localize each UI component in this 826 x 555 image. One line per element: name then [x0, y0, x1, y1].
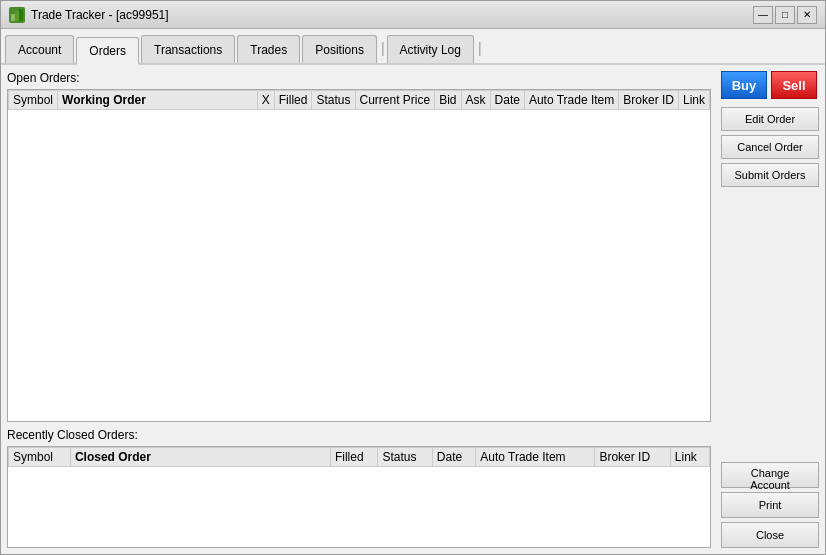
open-orders-label: Open Orders:	[7, 71, 711, 85]
col-broker-id: Broker ID	[619, 91, 679, 110]
closed-orders-table: Symbol Closed Order Filled Status Date A…	[8, 447, 710, 467]
col-symbol: Symbol	[9, 91, 58, 110]
col-link: Link	[678, 91, 709, 110]
svg-rect-0	[11, 14, 15, 21]
tab-bar: Account Orders Transactions Trades Posit…	[1, 29, 825, 65]
col-x: X	[257, 91, 274, 110]
tab-positions[interactable]: Positions	[302, 35, 377, 63]
closed-col-broker-id: Broker ID	[595, 448, 670, 467]
col-auto-trade-item: Auto Trade Item	[524, 91, 618, 110]
tab-separator: |	[379, 40, 387, 56]
app-icon	[9, 7, 25, 23]
col-bid: Bid	[435, 91, 461, 110]
buy-button[interactable]: Buy	[721, 71, 767, 99]
cancel-order-button[interactable]: Cancel Order	[721, 135, 819, 159]
col-filled: Filled	[274, 91, 312, 110]
submit-orders-button[interactable]: Submit Orders	[721, 163, 819, 187]
col-working-order: Working Order	[58, 91, 258, 110]
tab-transactions[interactable]: Transactions	[141, 35, 235, 63]
tab-separator-2: |	[476, 40, 484, 56]
open-orders-table-container: Symbol Working Order X Filled Status Cur…	[7, 89, 711, 422]
closed-col-auto-trade-item: Auto Trade Item	[476, 448, 595, 467]
close-window-button[interactable]: ✕	[797, 6, 817, 24]
closed-col-link: Link	[670, 448, 709, 467]
window-title: Trade Tracker - [ac99951]	[31, 8, 753, 22]
edit-order-button[interactable]: Edit Order	[721, 107, 819, 131]
closed-col-filled: Filled	[330, 448, 378, 467]
closed-col-symbol: Symbol	[9, 448, 71, 467]
col-ask: Ask	[461, 91, 490, 110]
close-button[interactable]: Close	[721, 522, 819, 548]
buy-sell-row: Buy Sell	[721, 71, 819, 99]
sidebar: Buy Sell Edit Order Cancel Order Submit …	[717, 65, 825, 554]
tab-trades[interactable]: Trades	[237, 35, 300, 63]
orders-panel: Open Orders: Symbol Working Order X Fill…	[1, 65, 717, 554]
open-orders-table: Symbol Working Order X Filled Status Cur…	[8, 90, 710, 110]
tab-account[interactable]: Account	[5, 35, 74, 63]
svg-rect-1	[15, 11, 19, 21]
open-orders-section: Open Orders: Symbol Working Order X Fill…	[7, 71, 711, 422]
sell-button[interactable]: Sell	[771, 71, 817, 99]
window-controls: — □ ✕	[753, 6, 817, 24]
print-button[interactable]: Print	[721, 492, 819, 518]
col-status: Status	[312, 91, 355, 110]
change-account-button[interactable]: Change Account	[721, 462, 819, 488]
minimize-button[interactable]: —	[753, 6, 773, 24]
closed-orders-label: Recently Closed Orders:	[7, 428, 711, 442]
closed-orders-table-container: Symbol Closed Order Filled Status Date A…	[7, 446, 711, 548]
col-current-price: Current Price	[355, 91, 435, 110]
closed-col-date: Date	[432, 448, 475, 467]
svg-rect-2	[19, 9, 23, 21]
maximize-button[interactable]: □	[775, 6, 795, 24]
main-content: Open Orders: Symbol Working Order X Fill…	[1, 65, 825, 554]
closed-col-status: Status	[378, 448, 432, 467]
tab-activity-log[interactable]: Activity Log	[387, 35, 474, 63]
closed-orders-section: Recently Closed Orders: Symbol Closed Or…	[7, 428, 711, 548]
tab-orders[interactable]: Orders	[76, 37, 139, 65]
sidebar-spacer	[721, 191, 819, 458]
main-window: Trade Tracker - [ac99951] — □ ✕ Account …	[0, 0, 826, 555]
col-date: Date	[490, 91, 524, 110]
closed-col-closed-order: Closed Order	[70, 448, 330, 467]
title-bar: Trade Tracker - [ac99951] — □ ✕	[1, 1, 825, 29]
